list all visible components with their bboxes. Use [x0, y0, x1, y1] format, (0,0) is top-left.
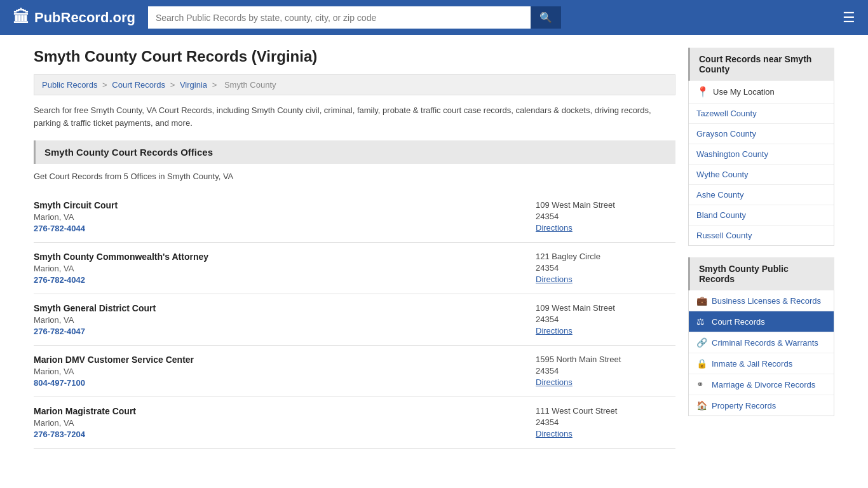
record-icon: 💼 [696, 295, 708, 306]
search-button[interactable]: 🔍 [531, 6, 561, 29]
office-address: 1595 North Main Street [536, 355, 675, 364]
record-label: Criminal Records & Warrants [712, 338, 818, 348]
record-icon: ⚭ [696, 379, 708, 390]
public-record-item[interactable]: 🔒 Inmate & Jail Records [689, 353, 834, 374]
office-phone[interactable]: 276-782-4042 [34, 275, 523, 285]
record-label: Business Licenses & Records [712, 296, 821, 306]
office-phone[interactable]: 276-782-4047 [34, 327, 523, 336]
breadcrumb-virginia[interactable]: Virginia [180, 80, 207, 90]
nearby-county-item[interactable]: Bland County [689, 205, 834, 226]
public-record-item[interactable]: 🔗 Criminal Records & Warrants [689, 332, 834, 353]
office-phone[interactable]: 804-497-7100 [34, 378, 523, 388]
record-icon: 🏠 [696, 400, 708, 410]
public-record-item[interactable]: ⚖ Court Records [689, 311, 834, 332]
directions-link[interactable]: Directions [536, 326, 573, 336]
public-record-item[interactable]: 🏠 Property Records [689, 395, 834, 416]
page-description: Search for free Smyth County, VA Court R… [34, 104, 675, 129]
office-entry: Smyth Circuit Court Marion, VA 276-782-4… [34, 191, 675, 243]
logo[interactable]: 🏛 PubRecord.org [13, 8, 135, 27]
office-address: 109 West Main Street [536, 303, 675, 313]
nearby-counties-list: 📍 Use My Location Tazewell CountyGrayson… [688, 81, 834, 246]
office-name: Smyth General District Court [34, 303, 523, 313]
office-address: 109 West Main Street [536, 200, 675, 210]
nearby-county-item[interactable]: Ashe County [689, 185, 834, 205]
use-my-location[interactable]: 📍 Use My Location [689, 81, 834, 104]
offices-list: Smyth Circuit Court Marion, VA 276-782-4… [34, 191, 675, 449]
use-location-label: Use My Location [713, 87, 775, 97]
office-phone[interactable]: 276-783-7204 [34, 430, 523, 439]
logo-text: PubRecord.org [34, 10, 135, 26]
office-address: 111 West Court Street [536, 406, 675, 416]
office-entry: Marion DMV Customer Service Center Mario… [34, 346, 675, 397]
record-icon: ⚖ [696, 316, 708, 327]
office-city: Marion, VA [34, 264, 523, 273]
office-city: Marion, VA [34, 367, 523, 376]
nearby-county-item[interactable]: Russell County [689, 226, 834, 245]
record-icon: 🔗 [696, 337, 708, 348]
office-right-4: 111 West Court Street 24354 Directions [536, 406, 675, 439]
breadcrumb-sep-2: > [170, 80, 177, 90]
office-name: Marion DMV Customer Service Center [34, 355, 523, 365]
offices-count: Get Court Records from 5 Offices in Smyt… [34, 172, 675, 181]
header: 🏛 PubRecord.org 🔍 ☰ [0, 0, 868, 35]
offices-section-header: Smyth County Court Records Offices [34, 140, 675, 164]
office-zip: 24354 [536, 212, 675, 221]
office-right-2: 109 West Main Street 24354 Directions [536, 303, 675, 336]
nearby-county-item[interactable]: Wythe County [689, 165, 834, 185]
public-records-list: 💼 Business Licenses & Records⚖ Court Rec… [688, 290, 834, 416]
office-entry: Smyth General District Court Marion, VA … [34, 294, 675, 346]
record-label: Court Records [712, 317, 765, 327]
record-label: Marriage & Divorce Records [712, 380, 815, 390]
breadcrumb-court-records[interactable]: Court Records [112, 80, 165, 90]
office-entry: Smyth County Commonwealth's Attorney Mar… [34, 243, 675, 294]
directions-link[interactable]: Directions [536, 274, 573, 284]
public-records-section-title: Smyth County Public Records [688, 257, 834, 290]
office-address: 121 Bagley Circle [536, 252, 675, 261]
location-icon: 📍 [696, 86, 709, 98]
content-area: Smyth County Court Records (Virginia) Pu… [34, 48, 675, 449]
breadcrumb: Public Records > Court Records > Virgini… [34, 74, 675, 95]
office-left-0: Smyth Circuit Court Marion, VA 276-782-4… [34, 200, 523, 233]
office-name: Smyth Circuit Court [34, 200, 523, 210]
office-phone[interactable]: 276-782-4044 [34, 224, 523, 233]
breadcrumb-smyth-county: Smyth County [224, 80, 276, 90]
record-label: Property Records [712, 401, 776, 410]
office-zip: 24354 [536, 417, 675, 427]
record-icon: 🔒 [696, 358, 708, 369]
breadcrumb-sep-3: > [212, 80, 219, 90]
page-title: Smyth County Court Records (Virginia) [34, 48, 675, 65]
office-city: Marion, VA [34, 315, 523, 325]
nearby-county-item[interactable]: Washington County [689, 144, 834, 165]
office-left-3: Marion DMV Customer Service Center Mario… [34, 355, 523, 388]
main-container: Smyth County Court Records (Virginia) Pu… [21, 35, 847, 461]
office-entry: Marion Magistrate Court Marion, VA 276-7… [34, 397, 675, 449]
office-zip: 24354 [536, 366, 675, 376]
nearby-county-item[interactable]: Tazewell County [689, 104, 834, 124]
breadcrumb-public-records[interactable]: Public Records [42, 80, 97, 90]
office-right-0: 109 West Main Street 24354 Directions [536, 200, 675, 233]
office-city: Marion, VA [34, 212, 523, 222]
directions-link[interactable]: Directions [536, 377, 573, 387]
nearby-county-item[interactable]: Grayson County [689, 124, 834, 144]
nearby-section-title: Court Records near Smyth County [688, 48, 834, 81]
public-record-item[interactable]: ⚭ Marriage & Divorce Records [689, 374, 834, 395]
office-name: Marion Magistrate Court [34, 406, 523, 416]
search-input[interactable] [148, 6, 531, 29]
office-left-1: Smyth County Commonwealth's Attorney Mar… [34, 252, 523, 285]
directions-link[interactable]: Directions [536, 429, 573, 438]
office-right-1: 121 Bagley Circle 24354 Directions [536, 252, 675, 285]
search-icon: 🔍 [539, 12, 552, 23]
office-name: Smyth County Commonwealth's Attorney [34, 252, 523, 262]
record-label: Inmate & Jail Records [712, 359, 792, 369]
menu-button[interactable]: ☰ [843, 10, 855, 26]
public-record-item[interactable]: 💼 Business Licenses & Records [689, 290, 834, 311]
office-right-3: 1595 North Main Street 24354 Directions [536, 355, 675, 388]
office-city: Marion, VA [34, 418, 523, 428]
sidebar: Court Records near Smyth County 📍 Use My… [688, 48, 834, 449]
office-zip: 24354 [536, 263, 675, 273]
breadcrumb-sep-1: > [102, 80, 109, 90]
directions-link[interactable]: Directions [536, 223, 573, 233]
search-bar: 🔍 [148, 6, 561, 29]
menu-icon: ☰ [843, 10, 855, 25]
office-left-2: Smyth General District Court Marion, VA … [34, 303, 523, 336]
